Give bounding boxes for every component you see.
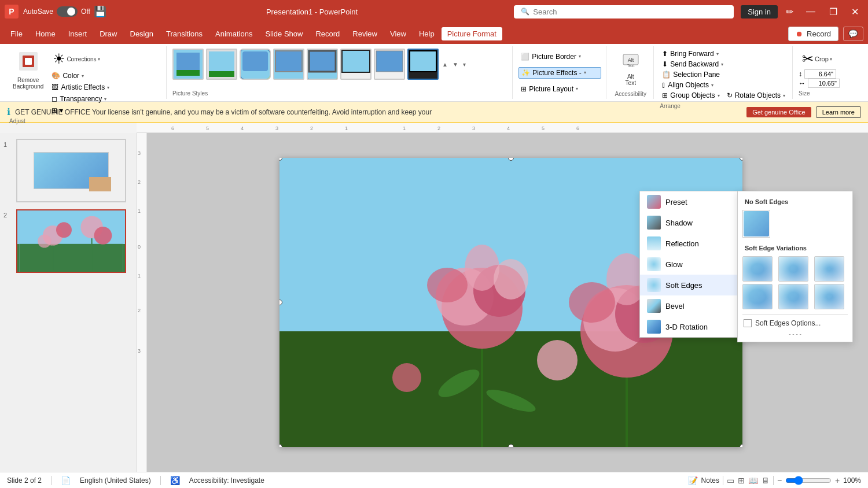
more-adjust-button[interactable]: ⊞ ▾ xyxy=(49,105,112,116)
style-thumb-2[interactable] xyxy=(206,49,237,80)
slide-2-thumb[interactable] xyxy=(16,209,126,273)
group-objects-button[interactable]: ⊞ Group Objects ▾ xyxy=(660,90,722,101)
rotate-objects-button[interactable]: ↻ Rotate Objects ▾ xyxy=(724,90,788,101)
width-input[interactable] xyxy=(808,79,840,88)
picture-effects-button[interactable]: ✨ Picture Effects - ▾ xyxy=(518,67,601,79)
search-input[interactable] xyxy=(533,8,727,16)
selection-pane-button[interactable]: 📋 Selection Pane xyxy=(660,69,788,80)
handle-bottom-center[interactable] xyxy=(508,444,514,447)
corrections-button[interactable]: ☀ Corrections ▾ xyxy=(49,49,112,69)
variation-4-thumb[interactable] xyxy=(742,284,773,309)
style-thumb-7[interactable] xyxy=(374,49,405,80)
menu-draw[interactable]: Draw xyxy=(94,27,123,40)
variation-3-thumb[interactable] xyxy=(814,256,844,282)
status-divider-2 xyxy=(160,476,161,485)
corrections-arrow: ▾ xyxy=(98,57,100,62)
styles-scroll-up[interactable]: ▲ xyxy=(441,60,449,69)
slide-sorter-icon[interactable]: ⊞ xyxy=(738,476,745,485)
arrange-group-label: Arrange xyxy=(660,101,788,109)
menu-help[interactable]: Help xyxy=(413,27,440,40)
restore-button[interactable]: ❐ xyxy=(825,4,842,20)
accessibility-icon[interactable]: ♿ xyxy=(170,476,180,485)
menu-picture-format[interactable]: Picture Format xyxy=(442,27,502,40)
style-thumb-3[interactable] xyxy=(240,49,271,80)
normal-view-icon[interactable]: ▭ xyxy=(727,476,734,485)
reading-view-icon[interactable]: 📖 xyxy=(748,476,758,485)
menu-record-tab[interactable]: Record xyxy=(310,27,345,40)
variation-5-thumb[interactable] xyxy=(778,284,808,309)
notes-page-icon[interactable]: 📄 xyxy=(61,476,71,485)
crop-button[interactable]: ✂ Crop ▾ xyxy=(799,49,836,69)
color-button[interactable]: 🎨 Color ▾ xyxy=(49,71,112,81)
record-button[interactable]: Record xyxy=(788,27,838,41)
transparency-button[interactable]: ◻ Transparency ▾ xyxy=(49,94,112,104)
sign-in-button[interactable]: Sign in xyxy=(741,5,778,19)
menu-design[interactable]: Design xyxy=(124,27,159,40)
notes-button[interactable]: 📝 xyxy=(688,476,698,485)
zoom-out-icon[interactable]: − xyxy=(777,476,782,485)
variation-6-thumb[interactable] xyxy=(814,284,844,309)
ruler-tick-6r: 6 xyxy=(576,125,579,131)
picture-border-button[interactable]: ⬜ Picture Border ▾ xyxy=(518,51,601,62)
zoom-slider[interactable] xyxy=(785,476,832,485)
close-button[interactable]: ✕ xyxy=(847,4,863,20)
search-box[interactable]: 🔍 xyxy=(514,5,734,19)
slide-1-thumb[interactable] xyxy=(16,139,126,202)
menu-animations[interactable]: Animations xyxy=(209,27,258,40)
variation-2-thumb[interactable] xyxy=(778,256,808,282)
style-thumb-4[interactable] xyxy=(273,49,304,80)
learn-more-button[interactable]: Learn more xyxy=(816,106,861,118)
picture-layout-button[interactable]: ⊞ Picture Layout ▾ xyxy=(518,84,601,94)
height-input[interactable] xyxy=(804,69,836,79)
style-thumb-6[interactable] xyxy=(340,49,372,80)
slide-1-container: 1 xyxy=(2,138,134,204)
ruler-tick-6: 6 xyxy=(171,125,174,131)
align-objects-button[interactable]: ⫿ Align Objects ▾ xyxy=(660,80,788,90)
group-arrow: ▾ xyxy=(718,93,720,98)
ruler-v-0: 0 xyxy=(138,244,141,250)
ruler-tick-1r: 1 xyxy=(403,125,406,131)
svg-rect-5 xyxy=(176,70,200,76)
artistic-effects-button[interactable]: 🖼 Artistic Effects ▾ xyxy=(49,82,112,93)
presenter-view-icon[interactable]: 🖥 xyxy=(762,476,770,485)
zoom-in-icon[interactable]: + xyxy=(835,476,840,485)
app-logo: P xyxy=(5,5,19,19)
autosave-toggle[interactable] xyxy=(57,6,78,17)
menu-transitions[interactable]: Transitions xyxy=(160,27,208,40)
menu-file[interactable]: File xyxy=(5,27,28,40)
no-soft-edges-thumb[interactable] xyxy=(742,210,770,238)
style-thumb-1[interactable] xyxy=(172,49,204,80)
soft-edges-options-button[interactable]: Soft Edges Options... xyxy=(742,317,848,330)
save-button[interactable]: 💾 xyxy=(90,5,110,18)
minimize-button[interactable]: — xyxy=(801,4,820,19)
menu-home[interactable]: Home xyxy=(30,27,61,40)
size-group: ✂ Crop ▾ ↕ ↔ Size xyxy=(794,46,863,99)
style-thumb-5[interactable] xyxy=(307,49,338,80)
menu-insert[interactable]: Insert xyxy=(62,27,93,40)
ruler-v-2b: 2 xyxy=(138,308,141,313)
svg-rect-16 xyxy=(342,50,370,72)
menu-slideshow[interactable]: Slide Show xyxy=(259,27,308,40)
color-label: Color xyxy=(62,72,79,80)
comments-button[interactable]: 💬 xyxy=(843,27,863,41)
pen-icon-button[interactable]: ✏ xyxy=(782,4,797,20)
slide-panel[interactable]: 1 2 xyxy=(0,133,137,472)
alt-text-button[interactable]: Alt Text AltText xyxy=(619,49,643,88)
style-thumb-8[interactable] xyxy=(407,49,439,80)
record-label: Record xyxy=(807,29,831,38)
bring-forward-button[interactable]: ⬆ Bring Forward ▾ xyxy=(660,49,788,59)
picture-styles-label: Picture Styles xyxy=(172,88,507,97)
styles-scroll-more[interactable]: ▾ xyxy=(462,60,467,69)
3d-rotation-label: 3-D Rotation xyxy=(665,323,708,331)
remove-background-button[interactable]: RemoveBackground xyxy=(9,49,47,92)
svg-rect-7 xyxy=(209,51,234,71)
svg-point-47 xyxy=(392,363,421,392)
ruler-tick-5: 5 xyxy=(206,125,209,131)
menu-review[interactable]: Review xyxy=(347,27,383,40)
status-divider-1 xyxy=(51,476,52,485)
menu-view[interactable]: View xyxy=(384,27,412,40)
handle-bottom-right[interactable] xyxy=(740,444,742,447)
send-backward-button[interactable]: ⬇ Send Backward ▾ xyxy=(660,59,788,69)
variation-1-thumb[interactable] xyxy=(742,256,773,282)
styles-scroll-down[interactable]: ▼ xyxy=(451,60,459,69)
